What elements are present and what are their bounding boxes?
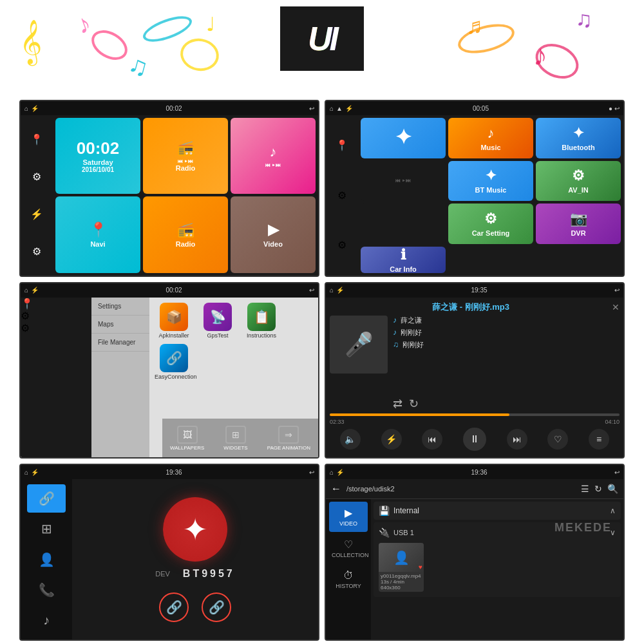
playlist-btn[interactable]: ≡ xyxy=(589,429,609,450)
file-tab-collection[interactable]: ♡ COLLECTION xyxy=(329,533,368,564)
repeat-btn[interactable]: ↻ xyxy=(409,397,419,411)
filter-icon[interactable]: ☰ xyxy=(581,484,589,494)
sliders-icon-3[interactable]: ⚙ xyxy=(21,310,91,322)
location-icon[interactable]: 📍 xyxy=(30,133,43,146)
status-time-3: 00:02 xyxy=(166,287,182,294)
screen-apps: ⌂ ▲ ⚡ 00:05 ● ↩ 📍 ⚙ ⚙ ✦ ♪ xyxy=(325,100,625,277)
video-filename: y0011egqqlv.mp4 xyxy=(381,573,422,579)
status-right-2: ● ↩ xyxy=(609,105,620,112)
carinfo-label: Car Info xyxy=(390,265,417,273)
radio-icon: 📻 xyxy=(177,140,194,156)
history-label: HISTORY xyxy=(332,583,365,589)
tile-clock[interactable]: 00:02 Saturday 2016/10/01 xyxy=(55,118,140,194)
internal-expand-icon[interactable]: ∧ xyxy=(610,506,616,515)
app-instructions[interactable]: 📋 Instructions xyxy=(242,303,281,339)
album-name: 刚刚好 xyxy=(401,328,422,337)
tile-music-app[interactable]: ♪ Music xyxy=(448,118,533,158)
tile-bluetooth-app[interactable]: ✦ Bluetooth xyxy=(536,118,621,158)
file-back-btn[interactable]: ← xyxy=(331,483,341,495)
deco-swirl-1 xyxy=(86,24,133,66)
equalizer-btn[interactable]: ⚡ xyxy=(381,429,402,450)
dev-label: DEV xyxy=(155,570,170,578)
sliders-icon-2[interactable]: ⚙ xyxy=(337,189,346,202)
config-icon-3[interactable]: ⚙ xyxy=(21,322,91,334)
shuffle-btn[interactable]: ⇄ xyxy=(393,397,402,411)
btmusic-label: BT Music xyxy=(475,186,507,194)
tile-radio2[interactable]: 📻 Radio xyxy=(143,196,228,272)
tile-radio[interactable]: 📻 ⏮ ▶ ⏭ Radio xyxy=(143,118,228,194)
tile-empty2 xyxy=(361,204,446,244)
artist-row: ♪ 薛之谦 xyxy=(393,316,620,325)
carinfo-icon: ℹ xyxy=(401,247,406,263)
treble-clef-icon: 𝄞 xyxy=(19,19,42,64)
screen4-content: 薛之谦 - 刚刚好.mp3 ✕ 🎤 ♪ 薛之谦 ♪ 刚刚好 ♫ 刚 xyxy=(326,298,623,458)
status-left-4: ⌂ ⚡ xyxy=(330,287,344,294)
status-bar-3: ⌂ ⚡ 00:02 ↩ xyxy=(21,283,318,298)
bt-connect-btn[interactable]: 🔗 xyxy=(159,592,189,622)
sidebar-filemanager[interactable]: File Manager xyxy=(91,334,149,352)
deco-swirl-4 xyxy=(455,19,517,59)
progress-bar[interactable] xyxy=(330,413,620,416)
pageanimation-btn[interactable]: ⇒ PAGE ANIMATION xyxy=(267,426,310,451)
settings-icon[interactable]: ⚙ xyxy=(32,171,41,183)
music-note-icon-3: ♩ xyxy=(206,13,215,35)
widgets-btn[interactable]: ⊞ WIDGETS xyxy=(223,426,247,451)
tile-empty: ⏮ ▶ ⏭ xyxy=(361,161,446,202)
sidebar-maps[interactable]: Maps xyxy=(91,316,149,334)
tile-navi[interactable]: 📍 Navi xyxy=(55,196,140,272)
tile-dvr[interactable]: 📷 DVR xyxy=(536,204,621,244)
home-icon-6: ⌂ xyxy=(330,469,334,476)
next-btn[interactable]: ⏭ xyxy=(507,429,527,450)
pageanimation-icon: ⇒ xyxy=(278,426,299,444)
file-tab-video[interactable]: ▶ VIDEO xyxy=(329,502,368,532)
tile-bluetooth-main[interactable]: ✦ xyxy=(361,118,446,158)
file-item-video[interactable]: 👤 ♥ y0011egqqlv.mp4 13s / 4min 640x360 xyxy=(379,543,424,592)
back-icon-1: ↩ xyxy=(309,105,314,112)
artist-icon: ♪ xyxy=(393,316,397,325)
heart-btn[interactable]: ♡ xyxy=(547,429,568,450)
file-top-icons: ☰ ↻ 🔍 xyxy=(581,484,618,494)
wallpaper-icon: 🖼 xyxy=(177,426,198,444)
album-row: ♪ 刚刚好 xyxy=(393,328,620,337)
music-close-btn[interactable]: ✕ xyxy=(612,302,620,312)
config-icon[interactable]: ⚙ xyxy=(32,245,41,258)
prev-btn[interactable]: ⏮ xyxy=(422,429,442,450)
play-btn[interactable]: ⏸ xyxy=(463,428,486,451)
app-gpstest[interactable]: 📡 GpsTest xyxy=(198,303,237,339)
bt-tab-person[interactable]: 👤 xyxy=(27,545,66,573)
search-icon[interactable]: 🔍 xyxy=(607,484,618,494)
pageanimation-label: PAGE ANIMATION xyxy=(267,445,310,451)
app-apkinstaller[interactable]: 📦 ApkInstaller xyxy=(155,303,193,339)
refresh-icon[interactable]: ↻ xyxy=(594,484,602,494)
app-easyconnection[interactable]: 🔗 EasyConnection xyxy=(155,344,193,380)
sliders-icon[interactable]: ⚡ xyxy=(30,208,43,220)
tile-video[interactable]: ▶ Video xyxy=(231,196,316,272)
signal-icon-5: ⚡ xyxy=(31,469,39,476)
tile-av-in[interactable]: ⚙ AV_IN xyxy=(536,161,621,202)
config-icon-2[interactable]: ⚙ xyxy=(337,239,346,251)
signal-icon-1: ⚡ xyxy=(31,105,39,112)
volume-btn[interactable]: 🔈 xyxy=(340,429,361,450)
bt-tab-music[interactable]: ♪ xyxy=(27,607,66,634)
video-file-info: y0011egqqlv.mp4 13s / 4min 640x360 xyxy=(379,572,424,592)
tile-bt-music[interactable]: ✦ BT Music xyxy=(448,161,533,202)
wallpaper-btn[interactable]: 🖼 WALLPAPERS xyxy=(170,426,204,451)
bt-tab-phone[interactable]: 📞 xyxy=(27,576,66,603)
signal-icon-6: ⚡ xyxy=(336,469,344,476)
location-icon-2[interactable]: 📍 xyxy=(336,139,348,151)
tile-music[interactable]: ♪ ⏮ ▶ ⏭ xyxy=(231,118,316,194)
file-tab-history[interactable]: ⏱ HISTORY xyxy=(329,565,368,594)
internal-folder-icon: 💾 xyxy=(379,506,390,516)
song-title: 薛之谦 - 刚刚好.mp3 xyxy=(330,301,612,313)
bt-tab-link[interactable]: 🔗 xyxy=(27,484,66,512)
bt-tab-grid[interactable]: ⊞ xyxy=(27,515,66,543)
radio2-icon: 📻 xyxy=(177,222,194,238)
sidebar-settings[interactable]: Settings xyxy=(91,298,149,316)
tile-car-info[interactable]: ℹ Car Info xyxy=(361,247,446,273)
section-internal[interactable]: 💾 Internal ∧ xyxy=(374,502,621,520)
tile-car-setting[interactable]: ⚙ Car Setting xyxy=(448,204,533,244)
status-bar-6: ⌂ ⚡ 19:36 ↩ xyxy=(326,465,623,479)
bt-disconnect-btn[interactable]: 🔗 xyxy=(202,592,231,622)
location-icon-3[interactable]: 📍 xyxy=(21,298,91,310)
bluetooth-label: Bluetooth xyxy=(562,144,594,151)
